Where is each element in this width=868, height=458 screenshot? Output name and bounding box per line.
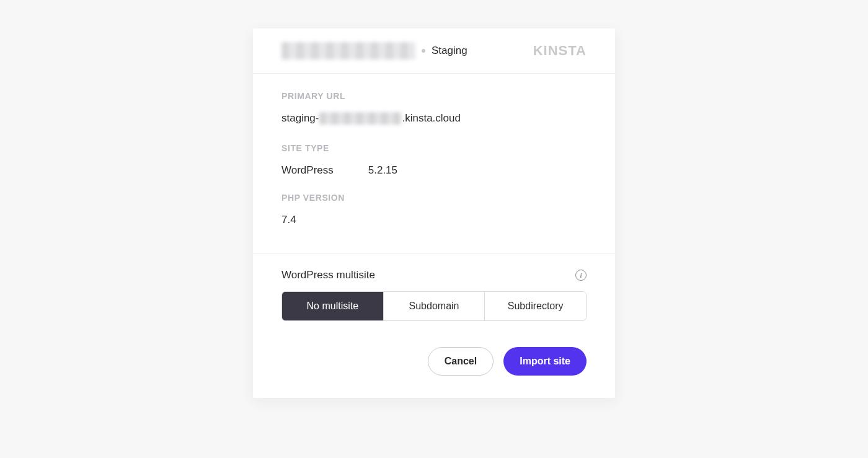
cancel-button[interactable]: Cancel (428, 347, 494, 376)
site-type-row: WordPress 5.2.15 (281, 164, 587, 177)
separator-dot (422, 49, 425, 53)
info-icon[interactable]: i (575, 270, 587, 281)
site-type-heading: SITE TYPE (281, 143, 587, 153)
card-header: Staging KINSTA (253, 29, 615, 74)
multisite-header: WordPress multisite i (281, 269, 587, 281)
url-prefix: staging- (281, 112, 319, 125)
site-name-redacted (281, 42, 415, 59)
multisite-option-subdirectory[interactable]: Subdirectory (484, 292, 586, 320)
card-footer: Cancel Import site (253, 327, 615, 398)
url-suffix: .kinsta.cloud (402, 112, 461, 125)
site-type-name: WordPress (281, 164, 334, 177)
import-site-card: Staging KINSTA PRIMARY URL staging-.kins… (253, 29, 615, 398)
primary-url-value: staging-.kinsta.cloud (281, 112, 587, 125)
url-middle-redacted (319, 112, 401, 125)
multisite-segmented-control: No multisite Subdomain Subdirectory (281, 291, 587, 321)
kinsta-logo: KINSTA (533, 43, 587, 59)
multisite-section: WordPress multisite i No multisite Subdo… (253, 254, 615, 327)
site-type-version: 5.2.15 (368, 164, 397, 177)
card-body: PRIMARY URL staging-.kinsta.cloud SITE T… (253, 74, 615, 254)
php-version-heading: PHP VERSION (281, 193, 587, 203)
multisite-option-none[interactable]: No multisite (282, 292, 383, 320)
php-version-value: 7.4 (281, 214, 587, 226)
multisite-title: WordPress multisite (281, 269, 375, 281)
environment-label: Staging (432, 45, 467, 57)
multisite-option-subdomain[interactable]: Subdomain (383, 292, 485, 320)
header-left: Staging (281, 42, 467, 59)
primary-url-heading: PRIMARY URL (281, 91, 587, 101)
import-site-button[interactable]: Import site (503, 347, 587, 376)
